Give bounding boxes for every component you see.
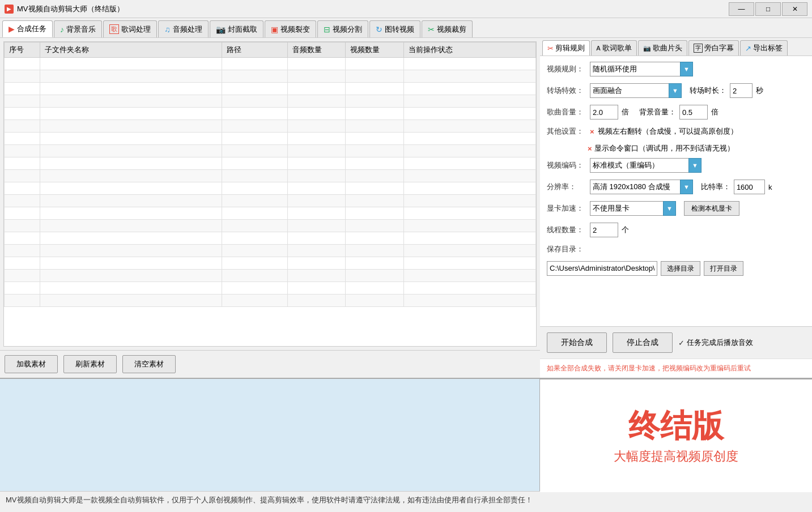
song-volume-input[interactable] <box>590 105 618 120</box>
gpu-input[interactable] <box>590 201 664 216</box>
right-tab-song-header[interactable]: 📷 歌曲片头 <box>638 40 687 56</box>
final-version-text: 终结版 <box>628 407 724 445</box>
main-toolbar: ▶ 合成任务 ♪ 背景音乐 歌 歌词处理 ♫ 音频处理 📷 封面截取 ▣ 视频裂… <box>0 18 812 38</box>
play-sound-check-icon: ✓ <box>678 339 685 347</box>
thread-row: 线程数量： 个 <box>547 223 805 237</box>
right-tab-export-label: 导出标签 <box>753 43 783 53</box>
right-tab-subtitle[interactable]: 字 旁白字幕 <box>688 40 739 56</box>
maximize-button[interactable]: □ <box>755 2 781 16</box>
right-tabs: ✂ 剪辑规则 A 歌词歌单 📷 歌曲片头 字 旁白字幕 ↗ 导出标签 <box>540 38 812 56</box>
tab-crop[interactable]: ✂ 视频裁剪 <box>422 20 473 37</box>
bitrate-input[interactable] <box>734 180 765 194</box>
bitrate-label: 比特率： <box>701 182 730 192</box>
refresh-material-button[interactable]: 刷新素材 <box>63 355 117 373</box>
tab-lyrics[interactable]: 歌 歌词处理 <box>103 20 157 37</box>
right-tab-song-header-label: 歌曲片头 <box>653 43 682 53</box>
load-material-button[interactable]: 加载素材 <box>5 355 58 373</box>
gpu-select-wrapper: ▼ <box>590 201 676 216</box>
stop-compose-button[interactable]: 停止合成 <box>613 332 673 353</box>
minimize-button[interactable]: — <box>729 2 754 16</box>
gpu-dropdown-btn[interactable]: ▼ <box>663 201 676 216</box>
tab-crop-label: 视频裁剪 <box>437 24 466 35</box>
tab-audio[interactable]: ♫ 音频处理 <box>158 20 209 37</box>
table-row <box>5 120 536 133</box>
thread-input[interactable] <box>590 223 618 237</box>
detect-gpu-button[interactable]: 检测本机显卡 <box>684 201 739 216</box>
table-row <box>5 220 536 232</box>
tab-split[interactable]: ⊟ 视频分割 <box>317 20 368 37</box>
bg-volume-label: 背景音量： <box>639 107 676 117</box>
video-rule-select-wrapper: ▼ <box>590 62 693 76</box>
open-dir-button[interactable]: 打开目录 <box>704 261 743 276</box>
table-row <box>5 145 536 157</box>
col-index: 序号 <box>5 42 40 58</box>
lyrics-list-icon: A <box>596 45 601 52</box>
thread-unit: 个 <box>622 225 629 235</box>
tab-cover[interactable]: 📷 封面截取 <box>210 20 263 37</box>
table-row <box>5 270 536 282</box>
song-header-icon: 📷 <box>643 45 651 52</box>
right-tab-edit-rule[interactable]: ✂ 剪辑规则 <box>542 40 590 56</box>
window-controls: — □ ✕ <box>729 2 807 16</box>
close-button[interactable]: ✕ <box>782 2 807 16</box>
cmd-checkbox-row: × 显示命令窗口（调试用，用不到话请无视） <box>547 143 805 153</box>
tab-morph-label: 视频裂变 <box>280 24 310 35</box>
resolution-select-wrapper: ▼ <box>590 180 693 194</box>
volume-row: 歌曲音量： 倍 背景音量： 倍 <box>547 105 805 120</box>
tab-bgmusic[interactable]: ♪ 背景音乐 <box>54 20 102 37</box>
edit-rule-icon: ✂ <box>547 44 554 53</box>
tab-morph[interactable]: ▣ 视频裂变 <box>265 20 316 37</box>
tab-compose[interactable]: ▶ 合成任务 <box>2 20 53 37</box>
table-row <box>5 282 536 295</box>
transition-duration-label: 转场时长： <box>690 86 726 96</box>
bgmusic-icon: ♪ <box>60 25 64 34</box>
rotate-icon: ↻ <box>376 25 382 34</box>
cover-icon: 📷 <box>216 25 226 34</box>
video-codec-select-wrapper: ▼ <box>590 158 702 173</box>
other-settings-label-row: 其他设置： × 视频左右翻转（合成慢，可以提高原创度） <box>547 126 805 136</box>
play-sound-text: 任务完成后播放音效 <box>687 338 753 348</box>
col-video-count: 视频数量 <box>346 42 403 58</box>
col-audio-count: 音频数量 <box>288 42 346 58</box>
right-tab-lyrics-list[interactable]: A 歌词歌单 <box>591 40 637 56</box>
table-row <box>5 232 536 245</box>
resolution-dropdown-btn[interactable]: ▼ <box>680 180 693 194</box>
compose-actions: 开始合成 停止合成 ✓ 任务完成后播放音效 <box>540 326 812 359</box>
subtitle-icon: 字 <box>694 44 703 53</box>
right-tab-export[interactable]: ↗ 导出标签 <box>740 40 788 56</box>
transition-row: 转场特效： ▼ 转场时长： 秒 <box>547 83 805 98</box>
bitrate-unit: k <box>768 183 772 191</box>
split-icon: ⊟ <box>324 25 330 34</box>
save-dir-input[interactable] <box>547 261 657 276</box>
col-subfolder: 子文件夹名称 <box>40 42 222 58</box>
video-codec-dropdown-btn[interactable]: ▼ <box>688 158 702 173</box>
table-row <box>5 170 536 182</box>
resolution-input[interactable] <box>590 180 681 194</box>
audio-icon: ♫ <box>164 25 171 34</box>
tab-compose-label: 合成任务 <box>17 24 46 34</box>
error-hint: 如果全部合成失败，请关闭显卡加速，把视频编码改为重编码后重试 <box>540 359 812 378</box>
clear-material-button[interactable]: 清空素材 <box>122 355 176 373</box>
transition-input[interactable] <box>590 83 669 98</box>
tab-rotate[interactable]: ↻ 图转视频 <box>369 20 420 37</box>
compose-icon: ▶ <box>8 24 15 33</box>
bg-volume-input[interactable] <box>679 105 708 120</box>
video-rule-input[interactable] <box>590 62 681 76</box>
app-icon: ▶ <box>5 5 14 14</box>
flip-text: 视频左右翻转（合成慢，可以提高原创度） <box>598 126 738 136</box>
start-compose-button[interactable]: 开始合成 <box>547 332 607 353</box>
task-table: 序号 子文件夹名称 路径 音频数量 视频数量 当前操作状态 <box>4 42 536 307</box>
table-row <box>5 58 536 70</box>
select-dir-button[interactable]: 选择目录 <box>661 261 700 276</box>
video-rule-dropdown-btn[interactable]: ▼ <box>680 62 693 76</box>
col-status: 当前操作状态 <box>403 42 535 58</box>
tab-split-label: 视频分割 <box>333 24 362 35</box>
song-volume-unit: 倍 <box>622 107 629 117</box>
transition-dropdown-btn[interactable]: ▼ <box>669 83 682 98</box>
transition-label: 转场特效： <box>547 86 586 96</box>
titlebar: ▶ MV视频自动剪辑大师（终结版） — □ ✕ <box>0 0 812 18</box>
crop-icon: ✂ <box>428 25 435 34</box>
play-sound-checkbox[interactable]: ✓ 任务完成后播放音效 <box>678 338 753 348</box>
transition-duration-input[interactable] <box>730 83 753 98</box>
video-codec-input[interactable] <box>590 158 689 173</box>
